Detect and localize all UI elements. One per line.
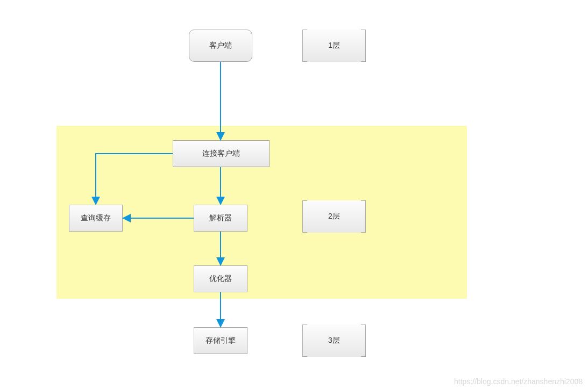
node-optimizer: 优化器	[194, 265, 247, 292]
node-client-label: 客户端	[209, 41, 232, 51]
node-connect-client-label: 连接客户端	[202, 149, 240, 159]
node-connect-client: 连接客户端	[173, 140, 270, 167]
layer3-label: 3层	[328, 336, 340, 345]
layer1-label: 1层	[328, 41, 340, 51]
node-storage-engine-label: 存储引擎	[206, 336, 236, 345]
layer3-label-box: 3层	[302, 325, 366, 357]
node-optimizer-label: 优化器	[209, 274, 232, 284]
node-storage-engine: 存储引擎	[194, 327, 247, 354]
node-parser-label: 解析器	[209, 213, 232, 223]
layer1-label-box: 1层	[302, 30, 366, 62]
watermark-text: https://blog.csdn.net/zhanshenzhi2008	[454, 377, 583, 386]
layer2-label: 2层	[328, 212, 340, 221]
node-query-cache: 查询缓存	[69, 205, 123, 232]
node-parser: 解析器	[194, 205, 247, 232]
node-query-cache-label: 查询缓存	[81, 213, 111, 223]
node-client: 客户端	[189, 30, 252, 62]
layer2-label-box: 2层	[302, 200, 366, 233]
